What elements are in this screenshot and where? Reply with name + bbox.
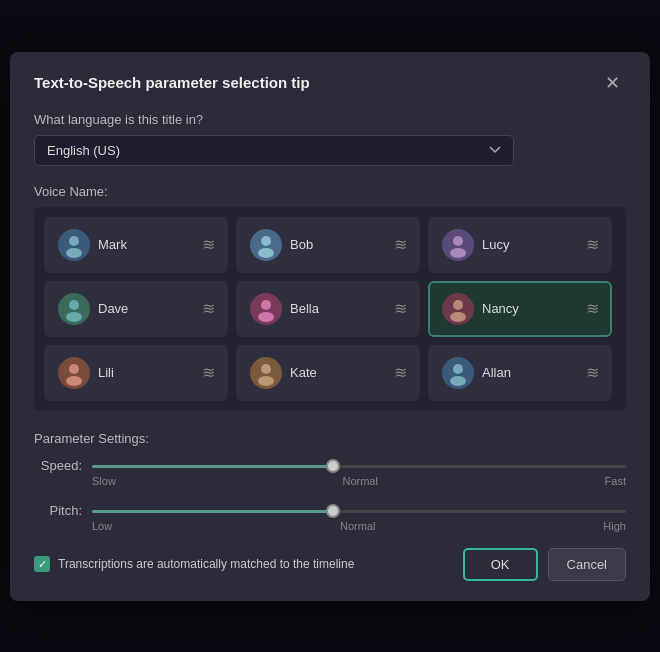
cancel-button[interactable]: Cancel <box>548 548 626 581</box>
svg-point-1 <box>66 248 82 258</box>
waveform-icon-allan[interactable]: ≋ <box>586 363 598 382</box>
voice-card-dave-left: Dave <box>58 293 128 325</box>
voice-card-bella[interactable]: Bella ≋ <box>236 281 420 337</box>
speed-label: Speed: <box>34 454 82 473</box>
voice-card-bob-left: Bob <box>250 229 313 261</box>
speed-label-normal: Normal <box>342 475 377 487</box>
voice-card-allan[interactable]: Allan ≋ <box>428 345 612 401</box>
voice-name-kate: Kate <box>290 365 317 380</box>
avatar-dave <box>58 293 90 325</box>
voice-grid-container: Mark ≋ Bob ≋ <box>34 207 626 411</box>
checkmark-icon: ✓ <box>38 559 47 570</box>
svg-point-8 <box>261 300 271 310</box>
voice-card-mark-left: Mark <box>58 229 127 261</box>
language-select[interactable]: English (US) English (UK) Spanish French… <box>34 135 514 166</box>
avatar-allan <box>442 357 474 389</box>
avatar-bella <box>250 293 282 325</box>
pitch-label-low: Low <box>92 520 112 532</box>
svg-point-10 <box>453 300 463 310</box>
svg-point-16 <box>453 364 463 374</box>
svg-point-7 <box>66 312 82 322</box>
speed-label-slow: Slow <box>92 475 116 487</box>
auto-match-checkbox[interactable]: ✓ <box>34 556 50 572</box>
params-section: Parameter Settings: Speed: Slow Normal F… <box>34 431 626 532</box>
dialog-header: Text-to-Speech parameter selection tip ✕ <box>34 72 626 94</box>
speed-row: Speed: Slow Normal Fast <box>34 454 626 487</box>
dialog-footer: ✓ Transcriptions are automatically match… <box>34 548 626 581</box>
speed-label-fast: Fast <box>605 475 626 487</box>
voice-name-bella: Bella <box>290 301 319 316</box>
voice-card-lucy-left: Lucy <box>442 229 509 261</box>
waveform-icon-bob[interactable]: ≋ <box>394 235 406 254</box>
svg-point-15 <box>258 376 274 386</box>
waveform-icon-mark[interactable]: ≋ <box>202 235 214 254</box>
avatar-mark <box>58 229 90 261</box>
voice-card-dave[interactable]: Dave ≋ <box>44 281 228 337</box>
waveform-icon-kate[interactable]: ≋ <box>394 363 406 382</box>
avatar-lucy <box>442 229 474 261</box>
waveform-icon-bella[interactable]: ≋ <box>394 299 406 318</box>
svg-point-2 <box>261 236 271 246</box>
voice-card-allan-left: Allan <box>442 357 511 389</box>
pitch-row: Pitch: Low Normal High <box>34 499 626 532</box>
svg-point-17 <box>450 376 466 386</box>
avatar-lili <box>58 357 90 389</box>
voice-card-lili[interactable]: Lili ≋ <box>44 345 228 401</box>
pitch-label-normal: Normal <box>340 520 375 532</box>
button-group: OK Cancel <box>463 548 626 581</box>
svg-point-3 <box>258 248 274 258</box>
voice-card-kate[interactable]: Kate ≋ <box>236 345 420 401</box>
voice-card-lucy[interactable]: Lucy ≋ <box>428 217 612 273</box>
voice-label: Voice Name: <box>34 184 626 199</box>
svg-point-11 <box>450 312 466 322</box>
svg-point-6 <box>69 300 79 310</box>
voice-name-lili: Lili <box>98 365 114 380</box>
checkbox-label: Transcriptions are automatically matched… <box>58 557 354 571</box>
dialog-title: Text-to-Speech parameter selection tip <box>34 74 310 91</box>
svg-point-5 <box>450 248 466 258</box>
params-label: Parameter Settings: <box>34 431 626 446</box>
pitch-slider-container: Low Normal High <box>92 499 626 532</box>
voice-card-bob[interactable]: Bob ≋ <box>236 217 420 273</box>
waveform-icon-lucy[interactable]: ≋ <box>586 235 598 254</box>
voice-grid: Mark ≋ Bob ≋ <box>44 217 616 401</box>
pitch-label: Pitch: <box>34 499 82 518</box>
tts-dialog: Text-to-Speech parameter selection tip ✕… <box>10 52 650 601</box>
pitch-slider[interactable] <box>92 510 626 513</box>
speed-slider-container: Slow Normal Fast <box>92 454 626 487</box>
waveform-icon-dave[interactable]: ≋ <box>202 299 214 318</box>
voice-name-bob: Bob <box>290 237 313 252</box>
voice-name-mark: Mark <box>98 237 127 252</box>
voice-name-allan: Allan <box>482 365 511 380</box>
avatar-nancy <box>442 293 474 325</box>
voice-name-lucy: Lucy <box>482 237 509 252</box>
avatar-bob <box>250 229 282 261</box>
voice-name-nancy: Nancy <box>482 301 519 316</box>
voice-card-bella-left: Bella <box>250 293 319 325</box>
svg-point-0 <box>69 236 79 246</box>
voice-card-mark[interactable]: Mark ≋ <box>44 217 228 273</box>
waveform-icon-nancy[interactable]: ≋ <box>586 299 598 318</box>
voice-name-dave: Dave <box>98 301 128 316</box>
voice-card-nancy-left: Nancy <box>442 293 519 325</box>
waveform-icon-lili[interactable]: ≋ <box>202 363 214 382</box>
voice-card-lili-left: Lili <box>58 357 114 389</box>
voice-section: Voice Name: Mark ≋ <box>34 184 626 411</box>
voice-card-kate-left: Kate <box>250 357 317 389</box>
svg-point-9 <box>258 312 274 322</box>
pitch-labels: Low Normal High <box>92 520 626 532</box>
svg-point-4 <box>453 236 463 246</box>
pitch-label-high: High <box>603 520 626 532</box>
speed-labels: Slow Normal Fast <box>92 475 626 487</box>
svg-point-12 <box>69 364 79 374</box>
speed-slider[interactable] <box>92 465 626 468</box>
svg-point-14 <box>261 364 271 374</box>
svg-point-13 <box>66 376 82 386</box>
checkbox-row[interactable]: ✓ Transcriptions are automatically match… <box>34 556 354 572</box>
close-button[interactable]: ✕ <box>599 72 626 94</box>
avatar-kate <box>250 357 282 389</box>
language-section: What language is this title in? English … <box>34 112 626 166</box>
ok-button[interactable]: OK <box>463 548 538 581</box>
voice-card-nancy[interactable]: Nancy ≋ <box>428 281 612 337</box>
language-label: What language is this title in? <box>34 112 626 127</box>
